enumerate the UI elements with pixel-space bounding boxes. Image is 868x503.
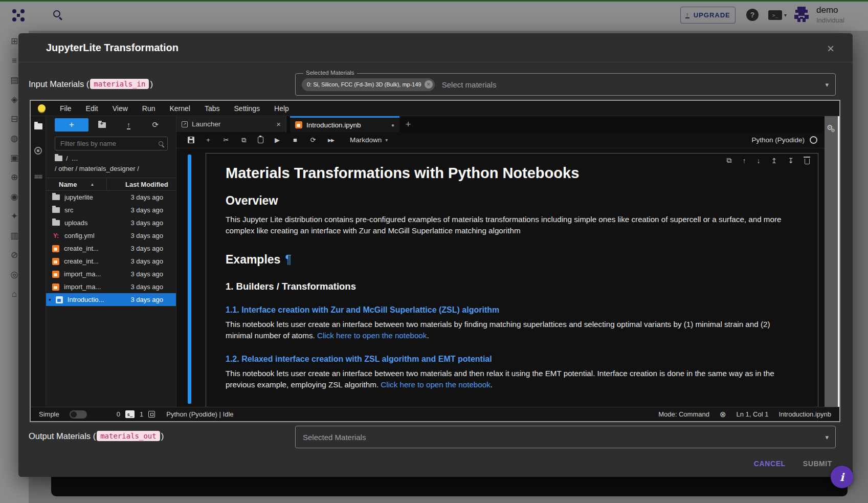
cell-collapser[interactable] <box>188 155 191 404</box>
chevron-down-icon[interactable]: ▾ <box>825 81 829 89</box>
file-row[interactable]: Y: config.yml 3 days ago <box>46 229 176 242</box>
cancel-button[interactable]: CANCEL <box>754 460 786 468</box>
running-kernels-icon[interactable] <box>34 147 42 155</box>
move-cell-down-icon[interactable]: ↓ <box>757 157 761 165</box>
menu-edit[interactable]: Edit <box>86 104 98 113</box>
simple-mode-toggle[interactable] <box>70 410 87 419</box>
chevron-down-icon[interactable]: ▾ <box>825 433 829 441</box>
table-of-contents-icon[interactable]: ≡≡ <box>34 172 42 181</box>
notebook-mode-indicator[interactable]: Mode: Command <box>658 410 709 418</box>
tab-introduction-ipynb[interactable]: Introduction.ipynb ● <box>290 116 399 132</box>
delete-cell-icon[interactable] <box>805 159 810 164</box>
item-1-2-heading-link[interactable]: 1.2. Relaxed interface creation with ZSL… <box>226 355 799 364</box>
menu-kernel[interactable]: Kernel <box>169 104 190 113</box>
notebook-content: ⧉ ↑ ↓ ↥ ↧ Materials Transformations with… <box>176 148 825 407</box>
notebook-file-icon <box>56 296 63 303</box>
menu-help[interactable]: Help <box>274 104 289 113</box>
breadcrumb[interactable]: / … / other / materials_designer / <box>46 150 176 174</box>
menu-file[interactable]: File <box>60 104 72 113</box>
file-row[interactable]: create_int... 3 days ago <box>46 242 176 255</box>
file-row-selected[interactable]: ● Introductio... 3 days ago <box>46 293 176 306</box>
breadcrumb-path[interactable]: / other / materials_designer / <box>55 165 176 172</box>
new-folder-icon[interactable] <box>88 120 115 129</box>
file-browser: + ↑ ⟳ / … / other / materials_designer / <box>46 116 176 407</box>
yaml-file-icon: Y: <box>52 232 60 239</box>
property-inspector-gears-icon[interactable]: ⚙⚙ <box>827 123 837 132</box>
menu-run[interactable]: Run <box>142 104 155 113</box>
kernel-status-icon[interactable] <box>810 136 817 144</box>
filter-files-input[interactable] <box>60 140 159 147</box>
anchor-pilcrow-icon[interactable]: ¶ <box>285 253 291 266</box>
select-placeholder: Selected Materials <box>303 433 366 442</box>
cell-type-select[interactable]: Markdown ▾ <box>350 136 388 144</box>
builders-heading: 1. Builders / Transformations <box>226 281 799 292</box>
menu-tabs[interactable]: Tabs <box>205 104 220 113</box>
column-last-modified[interactable]: Last Modified <box>107 181 168 188</box>
unsaved-changes-dot-icon[interactable]: ● <box>391 122 394 128</box>
dialog-title: JupyterLite Transformation <box>46 42 179 54</box>
breadcrumb-ellipsis[interactable]: … <box>72 155 78 162</box>
open-notebook-link[interactable]: Click here to open the notebook <box>317 331 427 340</box>
new-launcher-button[interactable]: + <box>55 118 88 132</box>
output-materials-select[interactable]: Selected Materials ▾ <box>295 426 836 448</box>
move-cell-up-icon[interactable]: ↑ <box>743 157 746 165</box>
insert-cell-icon[interactable]: + <box>204 136 212 144</box>
filter-files-box[interactable] <box>55 137 168 150</box>
open-notebook-link[interactable]: Click here to open the notebook <box>381 380 490 389</box>
file-row[interactable]: uploads 3 days ago <box>46 216 176 229</box>
info-fab-button[interactable]: i <box>831 466 853 488</box>
run-icon[interactable]: ▶ <box>273 136 281 144</box>
dialog-footer: CANCEL SUBMIT <box>754 460 832 468</box>
kernel-chip-icon <box>148 411 155 418</box>
file-row[interactable]: import_ma... 3 days ago <box>46 280 176 293</box>
notebook-file-icon <box>52 283 59 291</box>
terminals-count[interactable]: 0 <box>117 410 120 418</box>
column-name[interactable]: Name ▲ <box>46 178 107 190</box>
upload-files-icon[interactable]: ↑ <box>115 120 142 129</box>
refresh-icon[interactable]: ⟳ <box>142 120 169 129</box>
insert-cell-above-icon[interactable]: ↥ <box>771 157 777 165</box>
submit-button[interactable]: SUBMIT <box>803 460 832 468</box>
file-row[interactable]: create_int... 3 days ago <box>46 255 176 268</box>
output-materials-label: Output Materials ( materials_out ) <box>29 431 164 441</box>
kernels-count[interactable]: 1 <box>140 410 143 418</box>
home-folder-icon[interactable] <box>55 156 62 161</box>
trust-shield-icon[interactable]: ⊗ <box>720 410 726 419</box>
tab-launcher[interactable]: ↗ Launcher × <box>176 116 286 132</box>
material-chip[interactable]: 0: Si, Silicon, FCC (Fd-3m) 3D (Bulk), m… <box>302 78 435 91</box>
restart-run-all-icon[interactable]: ▶▶ <box>327 138 335 143</box>
scrollbar-thumb[interactable] <box>838 116 839 407</box>
menu-settings[interactable]: Settings <box>234 104 260 113</box>
file-row[interactable]: jupyterlite 3 days ago <box>46 191 176 204</box>
save-icon[interactable] <box>188 137 194 143</box>
cursor-position[interactable]: Ln 1, Col 1 <box>737 410 769 418</box>
select-floating-label: Selected Materials <box>303 70 357 76</box>
kernel-name[interactable]: Python (Pyodide) <box>751 136 805 144</box>
stop-icon[interactable]: ■ <box>291 136 299 144</box>
copy-icon[interactable]: ⧉ <box>240 136 248 144</box>
new-tab-button[interactable]: + <box>399 116 417 132</box>
kernel-status-text[interactable]: Python (Pyodide) | Idle <box>166 410 233 418</box>
notebook-file-icon <box>52 258 59 265</box>
overview-paragraph: This Jupyter Lite distribution contains … <box>226 214 793 236</box>
duplicate-cell-icon[interactable]: ⧉ <box>727 156 732 165</box>
close-icon[interactable]: × <box>276 120 281 128</box>
menu-view[interactable]: View <box>113 104 128 113</box>
markdown-cell[interactable]: ⧉ ↑ ↓ ↥ ↧ Materials Transformations with… <box>206 153 818 407</box>
close-icon[interactable]: × <box>827 41 834 56</box>
restart-kernel-icon[interactable]: ⟳ <box>309 136 317 144</box>
paste-icon[interactable] <box>258 137 263 143</box>
file-browser-icon[interactable] <box>34 123 42 129</box>
jupyterlite-icon <box>38 104 46 112</box>
input-materials-select[interactable]: Selected Materials 0: Si, Silicon, FCC (… <box>295 73 836 96</box>
file-row[interactable]: import_ma... 3 days ago <box>46 268 176 280</box>
notebook-title: Materials Transformations with Python No… <box>226 165 799 182</box>
cell-toolbar: ⧉ ↑ ↓ ↥ ↧ <box>727 156 810 165</box>
cut-icon[interactable]: ✂ <box>222 136 230 144</box>
notebook-toolbar: + ✂ ⧉ ▶ ■ ⟳ ▶▶ Markdown ▾ Python (Pyodid… <box>176 132 825 148</box>
rendered-markdown: Materials Transformations with Python No… <box>226 165 799 407</box>
item-1-1-heading-link[interactable]: 1.1. Interface creation with Zur and McG… <box>226 305 799 315</box>
insert-cell-below-icon[interactable]: ↧ <box>788 157 794 165</box>
chip-delete-icon[interactable]: × <box>425 80 433 89</box>
file-row[interactable]: src 3 days ago <box>46 204 176 216</box>
